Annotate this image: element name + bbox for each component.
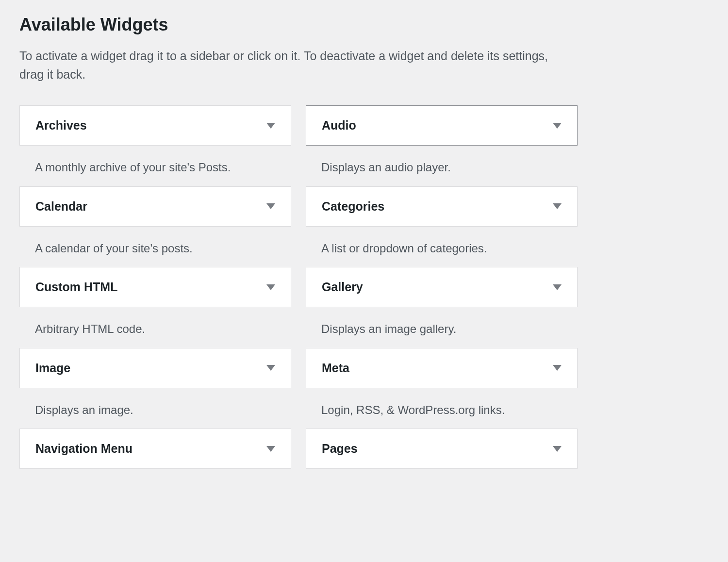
widget-header-categories[interactable]: Categories: [306, 186, 578, 227]
widget-header-custom-html[interactable]: Custom HTML: [19, 267, 291, 307]
widget-item-navigation-menu: Navigation Menu: [19, 429, 291, 469]
page-title: Available Widgets: [19, 15, 709, 35]
widget-description: Displays an audio player.: [306, 146, 578, 182]
widget-title: Gallery: [322, 280, 363, 294]
widget-item-archives: Archives A monthly archive of your site'…: [19, 105, 291, 182]
chevron-down-icon: [266, 284, 275, 290]
chevron-down-icon: [553, 123, 562, 129]
widget-item-image: Image Displays an image.: [19, 348, 291, 424]
widget-title: Audio: [322, 118, 356, 132]
widget-header-meta[interactable]: Meta: [306, 348, 578, 388]
widget-header-archives[interactable]: Archives: [19, 105, 291, 146]
widget-description: Arbitrary HTML code.: [19, 307, 291, 343]
widget-title: Meta: [322, 361, 349, 375]
widget-header-gallery[interactable]: Gallery: [306, 267, 578, 307]
widget-item-categories: Categories A list or dropdown of categor…: [306, 186, 578, 263]
widget-description: A calendar of your site's posts.: [19, 227, 291, 263]
page-description: To activate a widget drag it to a sideba…: [19, 47, 563, 83]
chevron-down-icon: [553, 284, 562, 290]
widget-title: Categories: [322, 199, 384, 214]
chevron-down-icon: [266, 365, 275, 371]
widget-title: Calendar: [35, 199, 87, 214]
widget-item-pages: Pages: [306, 429, 578, 469]
widget-description: Displays an image.: [19, 388, 291, 424]
widget-title: Custom HTML: [35, 280, 117, 294]
widget-header-calendar[interactable]: Calendar: [19, 186, 291, 227]
chevron-down-icon: [553, 365, 562, 371]
widget-item-calendar: Calendar A calendar of your site's posts…: [19, 186, 291, 263]
chevron-down-icon: [266, 203, 275, 209]
chevron-down-icon: [266, 123, 275, 129]
widget-title: Pages: [322, 442, 358, 456]
widget-item-audio: Audio Displays an audio player.: [306, 105, 578, 182]
widget-header-audio[interactable]: Audio: [306, 105, 578, 146]
widget-description: A monthly archive of your site's Posts.: [19, 146, 291, 182]
widget-title: Navigation Menu: [35, 442, 132, 456]
widget-title: Image: [35, 361, 70, 375]
chevron-down-icon: [266, 446, 275, 452]
chevron-down-icon: [553, 446, 562, 452]
widget-header-navigation-menu[interactable]: Navigation Menu: [19, 429, 291, 469]
widget-description: A list or dropdown of categories.: [306, 227, 578, 263]
widget-description: Login, RSS, & WordPress.org links.: [306, 388, 578, 424]
widget-title: Archives: [35, 118, 87, 132]
widget-item-gallery: Gallery Displays an image gallery.: [306, 267, 578, 343]
widget-description: Displays an image gallery.: [306, 307, 578, 343]
chevron-down-icon: [553, 203, 562, 209]
widget-item-meta: Meta Login, RSS, & WordPress.org links.: [306, 348, 578, 424]
widget-header-image[interactable]: Image: [19, 348, 291, 388]
widget-header-pages[interactable]: Pages: [306, 429, 578, 469]
widget-item-custom-html: Custom HTML Arbitrary HTML code.: [19, 267, 291, 343]
widget-grid: Archives A monthly archive of your site'…: [19, 105, 578, 474]
